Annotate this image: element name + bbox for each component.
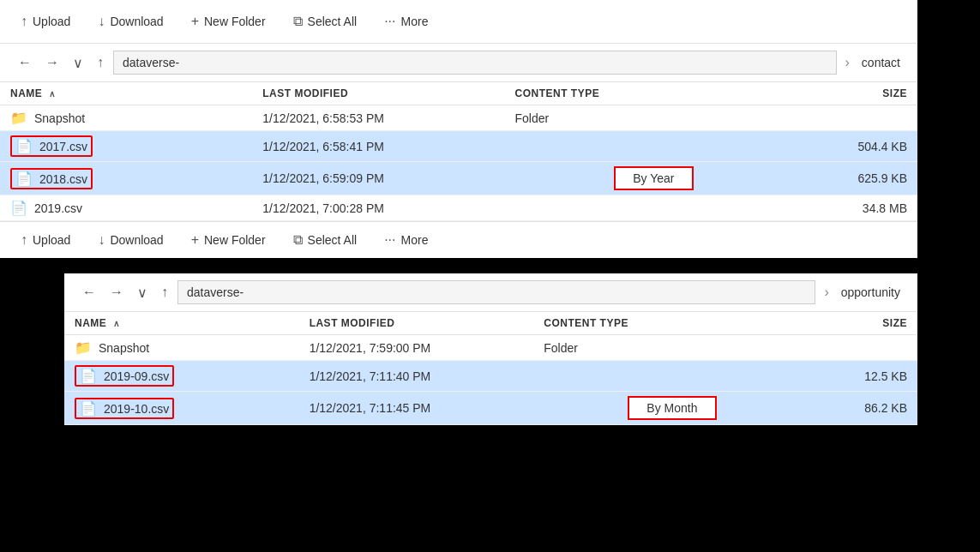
inline-select-all-button[interactable]: ⧉ Select All [290, 229, 361, 251]
select-all-icon: ⧉ [293, 14, 303, 29]
bottom-sort-arrow-name: ∧ [113, 319, 120, 328]
table-row[interactable]: 📄2019-10.csv1/12/2021, 7:11:45 PMBy Mont… [64, 392, 917, 425]
bottom-col-header-name[interactable]: NAME ∧ [64, 312, 299, 335]
red-border-name: 📄2018.csv [10, 168, 93, 189]
nav-down-button[interactable]: ∨ [69, 53, 87, 73]
bottom-table-header-row: NAME ∧ LAST MODIFIED CONTENT TYPE SIZE [64, 312, 917, 335]
col-header-modified[interactable]: LAST MODIFIED [252, 82, 504, 105]
doc-icon: 📄 [80, 400, 97, 417]
file-modified-cell: 1/12/2021, 7:59:00 PM [299, 335, 534, 361]
file-size-cell [811, 335, 917, 361]
file-name-text: 2019-10.csv [104, 402, 169, 416]
bottom-addressbar: ← → ∨ ↑ › opportunity [64, 273, 917, 312]
select-all-button[interactable]: ⧉ Select All [290, 10, 361, 33]
bottom-address-separator: › [821, 285, 832, 300]
inline-new-folder-button[interactable]: + New Folder [188, 229, 269, 251]
file-type-cell: By Month [533, 392, 810, 425]
file-size-cell: 12.5 KB [811, 361, 917, 392]
new-folder-button[interactable]: + New Folder [188, 10, 269, 33]
table-row[interactable]: 📄2019.csv1/12/2021, 7:00:28 PM34.8 MB [0, 195, 917, 221]
inline-upload-icon: ↑ [21, 232, 27, 248]
nav-forward-button[interactable]: → [41, 53, 63, 72]
file-type-cell [505, 131, 803, 162]
inline-select-all-label: Select All [308, 233, 358, 247]
inline-download-icon: ↓ [98, 232, 105, 248]
download-button[interactable]: ↓ Download [94, 10, 166, 33]
file-size-cell: 86.2 KB [811, 392, 917, 425]
upload-icon: ↑ [21, 14, 27, 29]
inline-new-folder-icon: + [191, 232, 199, 248]
bottom-nav-down-button[interactable]: ∨ [133, 283, 152, 303]
bottom-address-input[interactable] [177, 280, 815, 304]
inline-more-label: More [401, 233, 429, 247]
bottom-col-header-type[interactable]: CONTENT TYPE [533, 312, 810, 335]
file-name-cell: 📄2019-09.csv [64, 361, 299, 392]
more-button[interactable]: ··· More [381, 10, 431, 33]
new-folder-label: New Folder [204, 15, 266, 28]
table-row[interactable]: 📄2017.csv1/12/2021, 6:58:41 PM504.4 KB [0, 131, 917, 162]
inline-select-all-icon: ⧉ [293, 232, 303, 248]
more-label: More [401, 15, 429, 28]
folder-icon: 📁 [75, 339, 92, 356]
doc-icon: 📄 [80, 368, 97, 384]
inline-new-folder-label: New Folder [204, 233, 266, 247]
more-icon: ··· [384, 14, 395, 29]
inline-toolbar: ↑ Upload ↓ Download + New Folder ⧉ Selec… [0, 221, 917, 258]
file-modified-cell: 1/12/2021, 7:11:40 PM [299, 361, 534, 392]
bottom-nav-forward-button[interactable]: → [105, 283, 128, 302]
sort-arrow-name: ∧ [49, 89, 56, 99]
upload-button[interactable]: ↑ Upload [17, 10, 74, 33]
bottom-nav-up-button[interactable]: ↑ [157, 283, 172, 302]
bottom-nav-back-button[interactable]: ← [78, 283, 100, 302]
file-name-cell: 📄2018.csv [0, 162, 252, 195]
table-row[interactable]: 📄2019-09.csv1/12/2021, 7:11:40 PM12.5 KB [64, 361, 917, 392]
file-name-cell: 📄2019.csv [0, 195, 252, 221]
new-folder-icon: + [191, 14, 199, 29]
table-row[interactable]: 📁Snapshot1/12/2021, 7:59:00 PMFolder [64, 335, 917, 361]
red-border-name: 📄2017.csv [10, 135, 93, 157]
annotation-box: By Year [614, 166, 693, 190]
file-name-cell: 📁Snapshot [64, 335, 299, 361]
file-modified-cell: 1/12/2021, 7:11:45 PM [299, 392, 534, 425]
panel-separator [0, 258, 980, 267]
file-size-cell [803, 105, 917, 131]
bottom-file-table: NAME ∧ LAST MODIFIED CONTENT TYPE SIZE 📁… [64, 312, 917, 425]
col-header-type[interactable]: CONTENT TYPE [505, 82, 803, 105]
nav-back-button[interactable]: ← [14, 53, 36, 72]
bottom-col-header-size[interactable]: SIZE [811, 312, 917, 335]
file-type-cell [505, 195, 803, 221]
top-toolbar: ↑ Upload ↓ Download + New Folder ⧉ Selec… [0, 0, 917, 44]
address-folder: contact [858, 56, 904, 69]
file-type-cell: Folder [533, 335, 810, 361]
inline-upload-button[interactable]: ↑ Upload [17, 229, 74, 251]
folder-icon: 📁 [10, 110, 27, 126]
red-border-name: 📄2019-10.csv [75, 398, 174, 419]
download-label: Download [110, 15, 163, 28]
file-modified-cell: 1/12/2021, 6:58:41 PM [252, 131, 504, 162]
inline-more-icon: ··· [384, 232, 395, 248]
top-file-table: NAME ∧ LAST MODIFIED CONTENT TYPE SIZE 📁… [0, 82, 917, 221]
file-name-text: Snapshot [34, 111, 85, 125]
inline-more-button[interactable]: ··· More [381, 229, 431, 251]
table-row[interactable]: 📄2018.csv1/12/2021, 6:59:09 PMBy Year625… [0, 162, 917, 195]
file-size-cell: 34.8 MB [803, 195, 917, 221]
inline-download-button[interactable]: ↓ Download [94, 229, 166, 251]
select-all-label: Select All [308, 15, 358, 28]
file-modified-cell: 1/12/2021, 7:00:28 PM [252, 195, 504, 221]
bottom-col-header-modified[interactable]: LAST MODIFIED [299, 312, 534, 335]
nav-up-button[interactable]: ↑ [93, 53, 108, 72]
file-type-cell: By Year [505, 162, 803, 195]
top-addressbar: ← → ∨ ↑ › contact [0, 44, 917, 82]
bottom-panel: ← → ∨ ↑ › opportunity NAME ∧ LAST MODIFI… [64, 273, 917, 425]
col-header-size[interactable]: SIZE [803, 82, 917, 105]
col-header-name[interactable]: NAME ∧ [0, 82, 252, 105]
table-row[interactable]: 📁Snapshot1/12/2021, 6:58:53 PMFolder [0, 105, 917, 131]
address-input[interactable] [113, 51, 837, 75]
red-border-name: 📄2019-09.csv [75, 365, 174, 387]
address-separator: › [842, 55, 853, 70]
doc-icon: 📄 [10, 200, 27, 216]
file-modified-cell: 1/12/2021, 6:58:53 PM [252, 105, 504, 131]
inline-download-label: Download [110, 233, 163, 247]
download-icon: ↓ [98, 14, 105, 29]
file-size-cell: 504.4 KB [803, 131, 917, 162]
